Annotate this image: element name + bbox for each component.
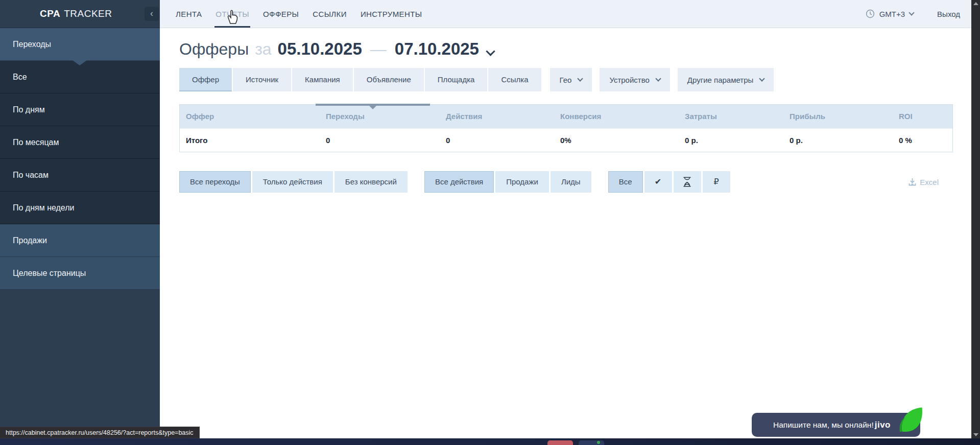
filter-only-actions[interactable]: Только действия xyxy=(252,171,333,193)
nav-item-ssylki[interactable]: ССЫЛКИ xyxy=(313,0,347,28)
sidebar-item-celevye-stranicy[interactable]: Целевые страницы xyxy=(0,257,160,290)
column-header-conversion[interactable]: Конверсия xyxy=(554,105,679,128)
chevron-down-icon xyxy=(655,76,661,81)
nav-item-label: ИНСТРУМЕНТЫ xyxy=(361,10,422,18)
logo: CPA TRACKER ‹ xyxy=(0,0,160,28)
column-header-transitions[interactable]: Переходы xyxy=(320,105,440,128)
filter-paid-button[interactable]: ₽ xyxy=(703,171,730,193)
dropdown-label: Другие параметры xyxy=(687,76,754,84)
status-url-tooltip: https://cabinet.cpatracker.ru/users/4825… xyxy=(0,427,200,438)
column-header-offer[interactable]: Оффер xyxy=(180,105,320,128)
column-header-actions[interactable]: Действия xyxy=(440,105,554,128)
filter-no-conversions[interactable]: Без конверсий xyxy=(334,171,408,193)
filter-all-transitions[interactable]: Все переходы xyxy=(179,171,251,193)
sidebar-item-label: Переходы xyxy=(13,40,51,49)
taskbar-icon-blue xyxy=(579,440,604,445)
filter-leads[interactable]: Лиды xyxy=(551,171,591,193)
tab-kampaniya[interactable]: Кампания xyxy=(292,68,353,91)
totals-costs: 0 р. xyxy=(679,129,783,152)
totals-label: Итого xyxy=(180,129,320,152)
sidebar-item-label: Целевые страницы xyxy=(13,269,86,278)
totals-conversion: 0% xyxy=(554,129,679,152)
sidebar-item-po-mesyacam[interactable]: По месяцам xyxy=(0,126,160,159)
title-preposition: за xyxy=(255,40,271,59)
device-dropdown-button[interactable]: Устройство xyxy=(600,68,670,91)
filter-sales[interactable]: Продажи xyxy=(495,171,549,193)
check-icon: ✔ xyxy=(655,171,661,193)
sidebar-item-label: По часам xyxy=(13,171,49,180)
other-params-dropdown-button[interactable]: Другие параметры xyxy=(678,68,774,91)
table-row-totals: Итого 0 0 0% 0 р. 0 р. 0 % xyxy=(180,128,952,152)
mouse-cursor-icon xyxy=(225,8,241,26)
tab-ploshchadka[interactable]: Площадка xyxy=(425,68,488,91)
timezone-selector[interactable]: GMT+3 xyxy=(866,9,914,18)
nav-item-instrumenty[interactable]: ИНСТРУМЕНТЫ xyxy=(361,0,422,28)
transitions-filter-group: Все переходы Только действия Без конверс… xyxy=(179,171,409,193)
filter-status-all[interactable]: Все xyxy=(608,171,643,193)
dimension-tabs: Оффер Источник Кампания Объявление Площа… xyxy=(179,68,774,91)
active-section-notch xyxy=(73,60,87,65)
date-separator: — xyxy=(370,40,387,59)
excel-export-link[interactable]: Excel xyxy=(909,171,939,193)
chat-widget[interactable]: Напишите нам, мы онлайн! jivo xyxy=(752,413,920,437)
nav-item-lenta[interactable]: ЛЕНТА xyxy=(176,0,202,28)
sidebar-item-po-dnyam[interactable]: По дням xyxy=(0,93,160,126)
filter-approved-button[interactable]: ✔ xyxy=(644,171,672,193)
filter-label: Все xyxy=(619,177,632,186)
totals-roi: 0 % xyxy=(893,129,952,152)
brand-cpa: CPA xyxy=(40,8,60,19)
column-header-label: Конверсия xyxy=(560,112,601,121)
scroll-down-arrow-icon[interactable] xyxy=(973,433,978,436)
tab-ssylka[interactable]: Ссылка xyxy=(488,68,541,91)
sidebar-item-perehody[interactable]: Переходы xyxy=(0,28,160,61)
dropdown-label: Устройство xyxy=(609,76,649,84)
filter-all-actions[interactable]: Все действия xyxy=(424,171,494,193)
sidebar-item-label: По дням недели xyxy=(13,203,74,213)
sidebar-item-label: По месяцам xyxy=(13,138,59,147)
column-header-profit[interactable]: Прибыль xyxy=(783,105,893,128)
tab-label: Оффер xyxy=(192,75,219,84)
column-header-label: Затраты xyxy=(685,112,717,121)
taskbar-strip xyxy=(0,438,980,445)
chat-message: Напишите нам, мы онлайн! xyxy=(773,420,874,430)
sidebar: CPA TRACKER ‹ Переходы Все По дням По ме… xyxy=(0,0,160,445)
nav-item-label: ОФФЕРЫ xyxy=(263,10,299,18)
scrollbar[interactable] xyxy=(971,0,980,438)
sidebar-item-vse[interactable]: Все xyxy=(0,61,160,93)
filter-label: Все переходы xyxy=(190,177,240,186)
column-header-roi[interactable]: ROI xyxy=(893,105,952,128)
topbar: ЛЕНТА ОТЧЕТЫ ОФФЕРЫ ССЫЛКИ ИНСТРУМЕНТЫ xyxy=(160,0,971,28)
top-navigation: ЛЕНТА ОТЧЕТЫ ОФФЕРЫ ССЫЛКИ ИНСТРУМЕНТЫ xyxy=(160,0,422,28)
geo-dropdown-button[interactable]: Гео xyxy=(550,68,592,91)
tab-obyavlenie[interactable]: Объявление xyxy=(354,68,424,91)
nav-item-offery[interactable]: ОФФЕРЫ xyxy=(263,0,299,28)
column-header-label: Оффер xyxy=(186,112,214,121)
scroll-up-arrow-icon[interactable] xyxy=(973,2,978,5)
dropdown-label: Гео xyxy=(560,76,572,84)
tab-istochnik[interactable]: Источник xyxy=(233,68,291,91)
chevron-down-icon xyxy=(578,76,583,81)
date-to[interactable]: 07.10.2025 xyxy=(395,39,479,59)
tab-offer[interactable]: Оффер xyxy=(179,68,232,91)
table-header-row: Оффер Переходы Действия Конверсия Затрат… xyxy=(180,105,952,128)
date-range-chevron-icon[interactable] xyxy=(486,46,495,56)
report-table: Оффер Переходы Действия Конверсия Затрат… xyxy=(179,104,953,152)
column-header-costs[interactable]: Затраты xyxy=(679,105,783,128)
date-from[interactable]: 05.10.2025 xyxy=(278,39,362,59)
filter-pending-button[interactable] xyxy=(674,171,701,193)
sidebar-item-prodazhi[interactable]: Продажи xyxy=(0,224,160,257)
tab-label: Кампания xyxy=(305,75,340,84)
sidebar-collapse-button[interactable]: ‹ xyxy=(145,7,159,21)
nav-item-label: ЛЕНТА xyxy=(176,10,202,18)
topbar-right: GMT+3 Выход xyxy=(866,0,971,28)
actions-filter-group: Все действия Продажи Лиды xyxy=(424,171,593,193)
filter-label: Только действия xyxy=(263,177,322,186)
totals-profit: 0 р. xyxy=(783,129,893,152)
chevron-down-icon xyxy=(909,10,914,15)
column-header-label: Прибыль xyxy=(790,112,825,121)
sidebar-item-po-chasam[interactable]: По часам xyxy=(0,159,160,192)
nav-item-label: ССЫЛКИ xyxy=(313,10,347,18)
app-root: CPA TRACKER ‹ Переходы Все По дням По ме… xyxy=(0,0,980,445)
logout-link[interactable]: Выход xyxy=(937,10,960,18)
sidebar-item-po-dnyam-nedeli[interactable]: По дням недели xyxy=(0,192,160,224)
